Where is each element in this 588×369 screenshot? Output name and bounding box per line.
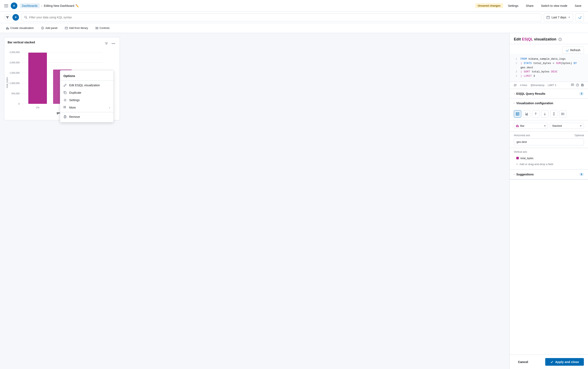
suggestions-header[interactable]: › Suggestions 6 — [510, 170, 588, 179]
top-nav: A Dashboards › Editing New Dashboard ✏️ … — [0, 0, 588, 11]
option-duplicate-label: Duplicate — [69, 91, 81, 94]
switch-view-mode-button[interactable]: Switch to view mode — [538, 3, 570, 9]
svg-rect-2 — [547, 16, 550, 19]
option-settings-label: Settings — [69, 99, 80, 102]
svg-rect-12 — [65, 27, 68, 29]
edit-title-icon[interactable]: ✏️ — [75, 4, 79, 7]
chart-title: Bar vertical stacked — [8, 41, 35, 44]
viz-tool-down-button[interactable] — [541, 110, 548, 118]
refresh-top-button[interactable]: Refresh — [562, 47, 584, 54]
breadcrumb-separator: › — [41, 4, 42, 7]
viz-tool-axis-button[interactable] — [523, 110, 530, 118]
option-remove[interactable]: Remove — [60, 113, 114, 120]
add-field-plus-icon: + — [516, 163, 518, 166]
controls-button[interactable]: Controls — [93, 25, 112, 31]
search-input-wrap[interactable] — [21, 13, 541, 21]
horizontal-axis-field: geo.dest — [514, 139, 584, 145]
svg-rect-15 — [95, 28, 98, 28]
gear-icon — [63, 99, 67, 102]
save-button[interactable]: Save — [572, 3, 584, 9]
avatar: A — [11, 2, 17, 9]
settings-button[interactable]: Settings — [505, 3, 521, 9]
svg-rect-7 — [7, 27, 8, 30]
info-icon — [558, 38, 562, 41]
controls-icon — [95, 27, 98, 30]
svg-rect-54 — [514, 86, 516, 86]
add-panel-button[interactable]: Add panel — [39, 25, 60, 31]
save-code-icon[interactable] — [581, 84, 584, 87]
add-library-button[interactable]: Add from library — [63, 25, 90, 31]
suggestions-title: Suggestions — [516, 173, 578, 176]
right-panel-title: Edit ES|QL visualization — [514, 37, 556, 41]
chart-type-select[interactable]: Bar ▾ — [514, 123, 548, 129]
viz-tool-table-button[interactable] — [514, 110, 521, 118]
svg-rect-44 — [64, 106, 64, 107]
hamburger-button[interactable] — [4, 4, 8, 7]
svg-rect-53 — [514, 85, 517, 85]
share-button[interactable]: Share — [523, 3, 536, 9]
code-line-4: 4 | LIMIT 3 — [514, 74, 584, 79]
search-input[interactable] — [29, 16, 539, 19]
plus-circle-icon — [41, 27, 44, 30]
action-bar: Create visualization Add panel Add from … — [0, 23, 588, 33]
history-icon[interactable] — [576, 84, 579, 87]
option-duplicate[interactable]: Duplicate — [60, 89, 114, 96]
svg-rect-42 — [64, 92, 66, 94]
date-picker[interactable]: Last 7 days — [544, 13, 573, 21]
main-layout: Bar vertical stacked total_bytes 2,500,0… — [0, 33, 588, 369]
apply-close-button[interactable]: Apply and close — [545, 358, 584, 366]
add-field-label: Add or drag-and-drop a field — [520, 163, 553, 166]
results-count-badge: 3 — [579, 92, 584, 96]
viz-tool-list-button[interactable] — [559, 110, 567, 118]
svg-rect-78 — [518, 125, 519, 127]
viz-tool-up-button[interactable] — [532, 110, 539, 118]
svg-rect-55 — [571, 84, 574, 86]
cancel-button[interactable]: Cancel — [514, 358, 532, 366]
option-settings[interactable]: Settings — [60, 96, 114, 104]
suggestions-chevron-icon: › — [513, 174, 516, 175]
add-filter-button[interactable]: + — [12, 14, 19, 21]
horizontal-axis-section: Horizontal axis Optional geo.dest — [510, 131, 588, 148]
svg-rect-45 — [65, 106, 66, 107]
viz-config-section: › Visualization configuration — [510, 99, 588, 180]
viz-config-chevron-icon: › — [513, 103, 516, 104]
esql-results-header[interactable]: › ES|QL Query Results 3 — [510, 89, 588, 99]
vertical-axis-label: Vertical axis — [514, 150, 584, 153]
add-field-button[interactable]: + Add or drag-and-drop a field — [514, 161, 584, 167]
viz-config-header[interactable]: › Visualization configuration — [510, 99, 588, 108]
right-panel-scroll[interactable]: Refresh 1 FROM kibana_sample_data_logs 2… — [510, 44, 588, 355]
svg-point-0 — [25, 16, 26, 18]
chart-filter-button[interactable] — [104, 41, 109, 46]
filter-toggle-button[interactable] — [4, 14, 11, 21]
chart-type-chevron-icon: ▾ — [544, 124, 546, 127]
refresh-button[interactable] — [576, 13, 584, 21]
svg-point-21 — [113, 43, 114, 44]
sort-updown-icon — [552, 112, 556, 116]
option-edit[interactable]: Edit ES|QL visualization — [60, 81, 114, 89]
chart-style-select[interactable]: Stacked ▾ — [550, 123, 584, 129]
divider2 — [60, 112, 114, 112]
y-axis-label: total_bytes — [6, 77, 8, 88]
svg-rect-52 — [514, 84, 517, 85]
code-editor: 1 FROM kibana_sample_data_logs 2 | STATS… — [510, 54, 588, 82]
option-more[interactable]: More › — [60, 104, 114, 111]
svg-text:1,500,000: 1,500,000 — [10, 72, 20, 74]
trash-icon — [63, 115, 67, 119]
chart-style-label: Stacked — [552, 124, 562, 127]
svg-rect-6 — [6, 28, 7, 30]
viz-tool-updown-button[interactable] — [550, 110, 558, 118]
chart-area: Bar vertical stacked total_bytes 2,500,0… — [0, 33, 509, 369]
refresh-btn-label: Refresh — [570, 49, 580, 52]
options-dropdown: Options Edit ES|QL visualization Duplica… — [60, 70, 114, 122]
refresh-icon — [578, 16, 581, 19]
breadcrumb-dashboards[interactable]: Dashboards — [20, 3, 40, 8]
chart-controls — [104, 41, 116, 46]
code-line-2: 2 | STATS total_bytes = SUM(bytes) BY ge… — [514, 61, 584, 70]
timestamp-label: @timestamp — [531, 84, 545, 87]
add-library-label: Add from library — [69, 26, 88, 30]
horizontal-axis-label: Horizontal axis Optional — [514, 134, 584, 137]
pencil-icon — [63, 84, 67, 87]
comment-icon[interactable] — [571, 84, 574, 87]
chart-more-button[interactable] — [111, 41, 116, 46]
create-visualization-button[interactable]: Create visualization — [4, 25, 36, 31]
